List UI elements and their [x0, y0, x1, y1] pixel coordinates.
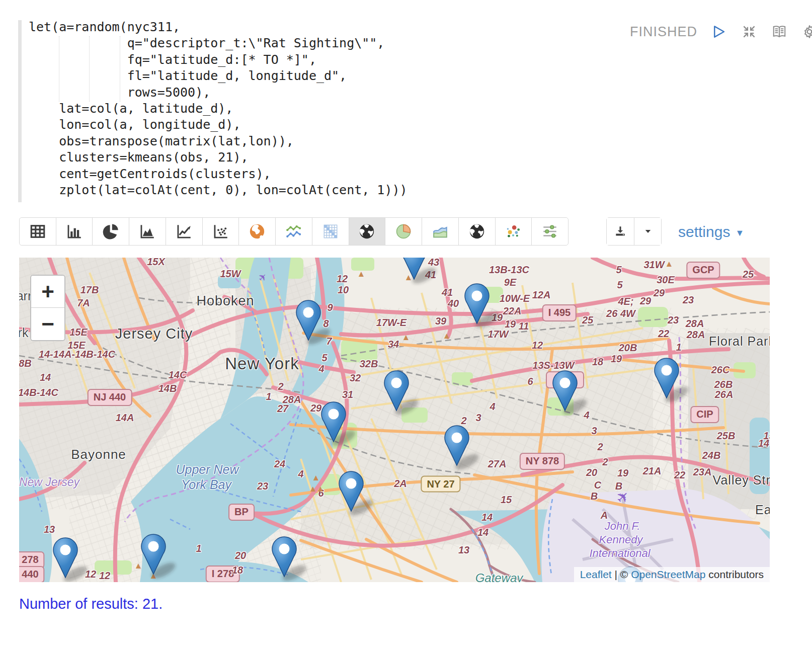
chart-type-toolbar — [19, 217, 569, 246]
code-line: fq="latitude_d:[* TO *]", — [29, 52, 408, 68]
settings-label: settings — [678, 223, 730, 240]
settings-caret-icon: ▼ — [735, 228, 744, 238]
bubble-scatter-button[interactable] — [495, 218, 532, 245]
leaflet-link[interactable]: Leaflet — [580, 569, 612, 581]
parallel-coordinates-button[interactable] — [531, 218, 568, 245]
paragraph-status: FINISHED — [630, 24, 697, 40]
gear-icon[interactable] — [801, 23, 812, 40]
map-marker[interactable] — [53, 538, 90, 582]
code-editor[interactable]: let(a=random(nyc311, q="descriptor_t:\"R… — [29, 19, 408, 198]
map-marker[interactable] — [339, 471, 375, 518]
attribution-copyright: © — [620, 569, 628, 581]
show-editor-icon[interactable] — [771, 23, 788, 40]
area-chart-pastel-button[interactable] — [422, 218, 458, 245]
zoom-out-button[interactable]: − — [31, 308, 64, 340]
download-split-button — [606, 217, 662, 246]
map-zoom-control: + − — [30, 275, 65, 341]
download-caret-button[interactable] — [634, 218, 661, 245]
map-marker[interactable] — [465, 284, 501, 331]
indent-guide — [59, 36, 59, 102]
code-line: fl="latitude_d, longitude_d", — [29, 68, 408, 84]
settings-toggle[interactable]: settings ▼ — [678, 223, 744, 240]
area-chart-button[interactable] — [129, 218, 166, 245]
results-count: Number of results: 21. — [19, 596, 163, 612]
attribution-suffix: contributors — [708, 569, 764, 581]
zoom-in-button[interactable]: + — [31, 276, 64, 308]
pie-chart-pastel-button[interactable] — [385, 218, 422, 245]
map-marker[interactable] — [655, 358, 691, 405]
collapse-icon[interactable] — [741, 23, 758, 40]
map-marker[interactable] — [321, 402, 358, 449]
scatter-plot-button[interactable] — [202, 218, 239, 245]
code-line: q="descriptor_t:\"Rat Sighting\"", — [29, 35, 408, 51]
bar-chart-button[interactable] — [56, 218, 93, 245]
map-attribution: Leaflet | © OpenStreetMap contributors — [574, 567, 770, 582]
globe-map-2-button[interactable] — [458, 218, 495, 245]
globe-map-button[interactable] — [349, 218, 385, 245]
osm-link[interactable]: OpenStreetMap — [631, 569, 705, 581]
map-marker[interactable] — [445, 426, 481, 472]
multi-line-chart-button[interactable] — [275, 218, 312, 245]
pie-chart-button[interactable] — [92, 218, 129, 245]
code-line: let(a=random(nyc311, — [29, 19, 408, 35]
paragraph-focus-bar — [18, 20, 22, 202]
map-marker[interactable] — [553, 371, 589, 418]
line-chart-button[interactable] — [166, 218, 202, 245]
table-button[interactable] — [20, 218, 56, 245]
code-line: lat=col(a, latitude_d), — [29, 101, 408, 117]
map-marker[interactable] — [296, 300, 333, 347]
map-marker-layer — [19, 258, 770, 582]
map-marker[interactable] — [402, 258, 438, 286]
code-line: lon=col(a, longitude_d), — [29, 117, 408, 133]
map-marker[interactable] — [272, 537, 308, 582]
map-marker[interactable] — [141, 534, 178, 581]
code-line: cent=getCentroids(clusters), — [29, 166, 408, 182]
code-line: obs=transpose(matrix(lat,lon)), — [29, 133, 408, 149]
map-marker[interactable] — [384, 371, 421, 418]
indent-guide — [89, 36, 90, 102]
leaflet-map[interactable]: Jersey CityNew YorkHobokenBayonneFloral … — [19, 258, 770, 582]
globe-orange-button[interactable] — [238, 218, 275, 245]
heatmap-button[interactable] — [312, 218, 349, 245]
code-line: rows=5000), — [29, 85, 408, 101]
download-button[interactable] — [607, 218, 634, 245]
run-icon[interactable] — [710, 23, 727, 40]
code-line: zplot(lat=colAt(cent, 0), lon=colAt(cent… — [29, 182, 408, 198]
indent-guide — [120, 36, 120, 102]
code-line: clusters=kmeans(obs, 21), — [29, 149, 408, 166]
